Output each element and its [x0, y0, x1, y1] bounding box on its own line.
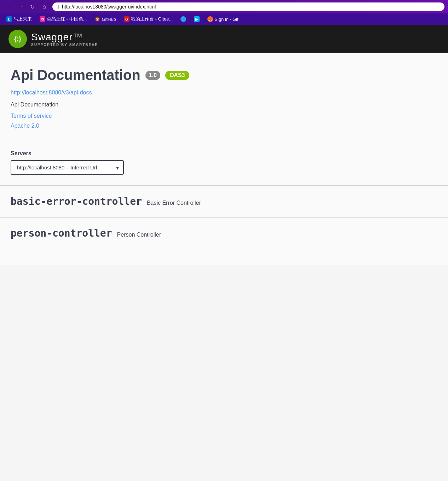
bookmark-dsm[interactable]: D 码上未来 [4, 15, 35, 23]
bookmark-ext1[interactable]: 🌐 [178, 15, 189, 23]
refresh-button[interactable]: ↻ [28, 2, 37, 11]
bilibili-icon: ▶ [194, 16, 200, 22]
bookmark-jingyu-label: 尖晶玉红 - 中国色... [47, 16, 87, 22]
gitee-icon: G [124, 16, 130, 22]
nav-buttons: ← → ↻ ⌂ [4, 2, 49, 11]
basic-error-controller-item[interactable]: basic-error-controller Basic Error Contr… [0, 186, 448, 217]
gitlab-icon: 🦊 [207, 16, 213, 22]
bookmark-signin-label: Sign in · Git [214, 17, 238, 22]
forward-button[interactable]: → [16, 2, 25, 11]
servers-section: Servers http://localhost:8080 – Inferred… [0, 143, 448, 185]
swagger-logo-symbol: {;} [14, 35, 21, 43]
servers-select-wrapper: http://localhost:8080 – Inferred Url [11, 160, 124, 175]
controllers-section: basic-error-controller Basic Error Contr… [0, 186, 448, 256]
bookmarks-bar: D 码上未来 ✿ 尖晶玉红 - 中国色... ♈ GitHub G 我的工作台 … [0, 13, 448, 25]
terms-of-service-link[interactable]: Terms of service [11, 113, 437, 119]
person-controller-item[interactable]: person-controller Person Controller [0, 218, 448, 249]
bookmark-bilibili[interactable]: ▶ [191, 15, 202, 23]
servers-label: Servers [11, 150, 437, 157]
basic-error-controller-title-row: basic-error-controller Basic Error Contr… [11, 196, 437, 207]
bookmark-github-label: GitHub [102, 17, 116, 22]
github-icon: ♈ [94, 16, 100, 22]
api-title-row: Api Documentation 1.0 OAS3 [11, 67, 437, 83]
bookmark-github[interactable]: ♈ GitHub [92, 15, 119, 23]
bookmark-gitee-label: 我的工作台 - Gitee... [131, 16, 173, 22]
oas-badge: OAS3 [165, 71, 189, 80]
swagger-header: {;} Swagger™ Supported by SMARTBEAR [0, 25, 448, 53]
person-controller-name: person-controller [11, 227, 112, 239]
api-url-link[interactable]: http://localhost:8080/v3/api-docs [11, 89, 437, 96]
dsm-icon: D [6, 16, 12, 22]
bookmark-jingyu[interactable]: ✿ 尖晶玉红 - 中国色... [37, 15, 90, 23]
swagger-logo-text: Swagger™ Supported by SMARTBEAR [31, 31, 98, 47]
license-link[interactable]: Apache 2.0 [11, 123, 437, 129]
bookmark-gitee[interactable]: G 我的工作台 - Gitee... [121, 15, 176, 23]
api-description: Api Documentation [11, 102, 437, 108]
version-badge: 1.0 [145, 71, 160, 80]
back-button[interactable]: ← [4, 2, 13, 11]
web-icon: 🌐 [180, 16, 186, 22]
jingyu-icon: ✿ [40, 16, 45, 22]
person-controller-desc: Person Controller [117, 232, 161, 238]
info-section: Api Documentation 1.0 OAS3 http://localh… [0, 53, 448, 143]
swagger-name: Swagger™ [31, 31, 98, 43]
bookmark-signin[interactable]: 🦊 Sign in · Git [205, 15, 241, 23]
basic-error-controller-name: basic-error-controller [11, 196, 142, 207]
swagger-supported-by: Supported by SMARTBEAR [31, 43, 98, 47]
swagger-logo-circle: {;} [8, 30, 27, 48]
info-icon: ℹ [57, 4, 59, 10]
controller-divider-2 [0, 249, 448, 249]
home-button[interactable]: ⌂ [40, 2, 49, 11]
bookmark-dsm-label: 码上未来 [13, 16, 32, 22]
url-text: http://localhost:8080/swagger-ui/index.h… [62, 4, 440, 10]
api-title: Api Documentation [11, 67, 140, 83]
person-controller-title-row: person-controller Person Controller [11, 227, 437, 239]
main-content: Api Documentation 1.0 OAS3 http://localh… [0, 53, 448, 265]
servers-select[interactable]: http://localhost:8080 – Inferred Url [11, 160, 124, 175]
browser-chrome: ← → ↻ ⌂ ℹ http://localhost:8080/swagger-… [0, 0, 448, 25]
address-bar[interactable]: ℹ http://localhost:8080/swagger-ui/index… [52, 2, 444, 11]
browser-toolbar: ← → ↻ ⌂ ℹ http://localhost:8080/swagger-… [0, 0, 448, 13]
basic-error-controller-desc: Basic Error Controller [147, 200, 201, 206]
